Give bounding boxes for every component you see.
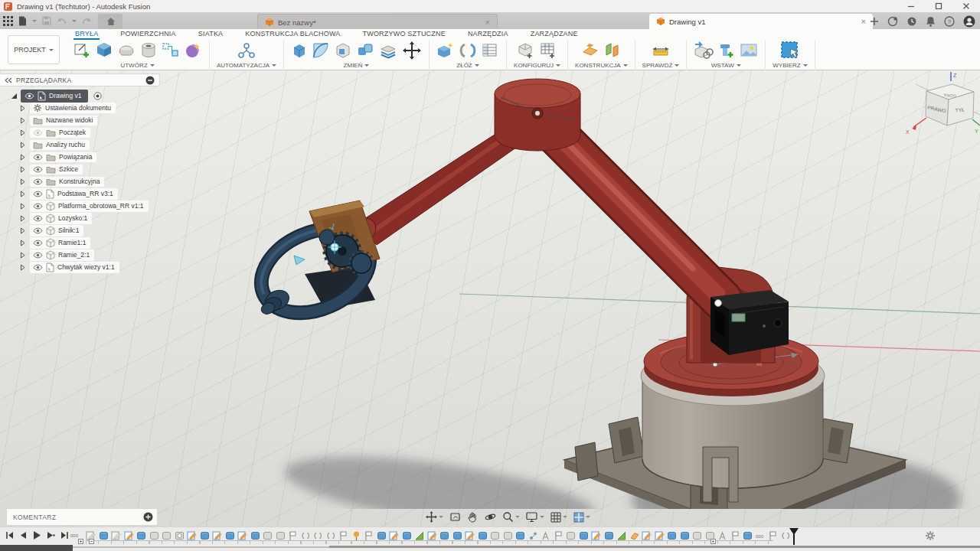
tree-item-body[interactable]: Chwytak wiezy v1:1	[30, 262, 119, 273]
timeline-feature-sk[interactable]	[591, 530, 601, 541]
ribbon-group-label[interactable]: SPRAWDŹ	[642, 62, 680, 69]
timeline-feature-ex[interactable]	[680, 530, 690, 541]
tree-item-analizy-ruchu[interactable]: Analizy ruchu	[0, 139, 184, 151]
extensions-icon[interactable]	[887, 16, 898, 27]
combine-icon[interactable]	[356, 41, 374, 60]
timeline-feature-gr[interactable]	[162, 530, 172, 541]
config-cube-icon[interactable]	[517, 41, 535, 60]
timeline-feature-ex[interactable]	[439, 530, 449, 541]
tree-item-podstawa-rr-v3-1[interactable]: Podstawa_RR v3:1	[0, 187, 184, 200]
tree-item-powi-zania[interactable]: Powiązania	[0, 151, 184, 163]
timeline-feature-ch[interactable]	[616, 530, 626, 541]
tree-item-lozysko-1[interactable]: Lozysko:1	[0, 212, 184, 224]
expander-icon[interactable]	[20, 105, 27, 112]
expander-icon[interactable]	[20, 154, 27, 161]
timeline-feature-fl[interactable]	[730, 530, 740, 541]
visibility-eye-icon[interactable]	[33, 227, 43, 234]
insert-derive-icon[interactable]	[694, 41, 714, 60]
pb-last-button[interactable]	[60, 531, 69, 540]
redo-button[interactable]	[82, 17, 92, 25]
expander-icon[interactable]	[20, 191, 27, 197]
timeline-playhead[interactable]	[789, 527, 799, 546]
tree-item-body[interactable]: Podstawa_RR v3:1	[30, 188, 118, 200]
tree-item-body[interactable]: Ramie1:1	[30, 237, 90, 249]
file-button[interactable]	[18, 16, 27, 26]
timeline-feature-ex[interactable]	[377, 530, 387, 541]
ribbon-group-label[interactable]: KONSTRUKCJA	[575, 62, 628, 69]
timeline-settings-button[interactable]	[925, 530, 936, 541]
apps-button[interactable]	[3, 16, 13, 26]
activate-component-radio[interactable]	[93, 92, 102, 100]
nav-grid-button[interactable]	[550, 512, 567, 523]
move-free-icon[interactable]	[402, 41, 422, 60]
visibility-eye-icon[interactable]	[33, 240, 43, 246]
pb-play-button[interactable]	[32, 530, 41, 540]
avatar-icon[interactable]	[963, 15, 975, 28]
ribbon-group-label[interactable]: ZŁÓŻ	[456, 62, 479, 69]
split-stack-icon[interactable]	[378, 41, 398, 60]
save-button[interactable]	[42, 16, 51, 25]
timeline-group-expand-icon[interactable]	[78, 539, 83, 544]
timeline-feature-sk[interactable]	[655, 530, 665, 541]
tree-item-body[interactable]: Powiązania	[30, 152, 96, 162]
insert-fastener-icon[interactable]	[717, 41, 736, 60]
timeline-feature-ex[interactable]	[579, 530, 589, 541]
timeline-feature-ex[interactable]	[515, 530, 525, 541]
plane-offset-icon[interactable]	[581, 41, 599, 60]
ribbon-group-label[interactable]: KONFIGURUJ	[514, 62, 560, 69]
timeline-feature-gr[interactable]	[263, 530, 273, 541]
tree-item-platforma-obrotowa-rr-v1-1[interactable]: Platforma_obrotowa_RR v1:1	[0, 200, 184, 212]
timeline-feature-ex[interactable]	[402, 530, 412, 541]
ribbon-group-label[interactable]: WYBIERZ	[773, 62, 807, 69]
ribbon-tab[interactable]: POWIERZCHNIA	[119, 29, 177, 38]
timeline-feature-fl[interactable]	[338, 530, 348, 541]
tree-item-body[interactable]: Platforma_obrotowa_RR v1:1	[30, 201, 149, 212]
form-icon[interactable]	[117, 41, 136, 60]
automate-icon[interactable]	[237, 41, 256, 60]
timeline-ruler[interactable]	[86, 540, 773, 544]
timeline-feature-rv[interactable]	[175, 530, 185, 541]
tree-item-body[interactable]: Szkice	[30, 165, 83, 174]
timeline-feature-ex[interactable]	[99, 530, 109, 541]
tree-item-ustawienia-dokumentu[interactable]: Ustawienia dokumentu	[0, 102, 184, 114]
document-tab[interactable]: Drawing v1×	[649, 14, 873, 29]
timeline-scrollbar-thumb[interactable]	[329, 546, 980, 548]
close-button[interactable]	[952, 0, 980, 12]
ribbon-group-label[interactable]: WSTAW	[711, 62, 741, 69]
timeline-feature-ex[interactable]	[667, 530, 677, 541]
timeline-feature-ex[interactable]	[478, 530, 488, 541]
timeline-feature-sk[interactable]	[465, 530, 475, 541]
timeline-feature-ex[interactable]	[743, 530, 753, 541]
expander-icon[interactable]	[20, 264, 27, 271]
tree-item-konstrukcyjna[interactable]: Konstrukcyjna	[0, 175, 184, 187]
chevron-down-icon[interactable]	[439, 516, 443, 520]
timeline-feature-gr[interactable]	[276, 530, 286, 541]
expander-icon[interactable]	[20, 227, 27, 234]
comment-bar[interactable]: KOMENTARZ	[6, 508, 158, 526]
nav-zoom-button[interactable]	[502, 511, 520, 523]
recent-icon[interactable]	[906, 16, 917, 27]
tree-item-body[interactable]: Konstrukcyjna	[30, 177, 104, 187]
timeline-feature-fl[interactable]	[364, 530, 374, 541]
timeline-feature-sk[interactable]	[124, 530, 134, 541]
timeline-feature-ch[interactable]	[414, 530, 424, 541]
nav-pan-button[interactable]	[467, 511, 479, 523]
add-comment-icon[interactable]	[143, 512, 153, 522]
timeline-feature-fl[interactable]	[554, 530, 564, 541]
add-tab-icon[interactable]	[870, 17, 879, 26]
new-component-icon[interactable]	[436, 41, 455, 60]
tree-item-body[interactable]: Drawing v1	[21, 90, 88, 103]
visibility-eye-icon[interactable]	[33, 215, 43, 222]
fillet-icon[interactable]	[312, 41, 330, 60]
expander-icon[interactable]	[20, 240, 27, 246]
visibility-eye-icon[interactable]	[33, 203, 43, 210]
timeline-feature-gr[interactable]	[490, 530, 500, 541]
timeline-feature-mo[interactable]	[301, 530, 311, 541]
timeline-feature-sk[interactable]	[427, 530, 437, 541]
measure-icon[interactable]	[651, 41, 671, 60]
ribbon-tab[interactable]: SIATKA	[197, 29, 225, 38]
timeline-feature-mo[interactable]	[313, 530, 323, 541]
home-button[interactable]	[98, 14, 122, 29]
timeline-feature-mo[interactable]	[326, 530, 336, 541]
ribbon-group-label[interactable]: ZMIEŃ	[344, 62, 370, 69]
